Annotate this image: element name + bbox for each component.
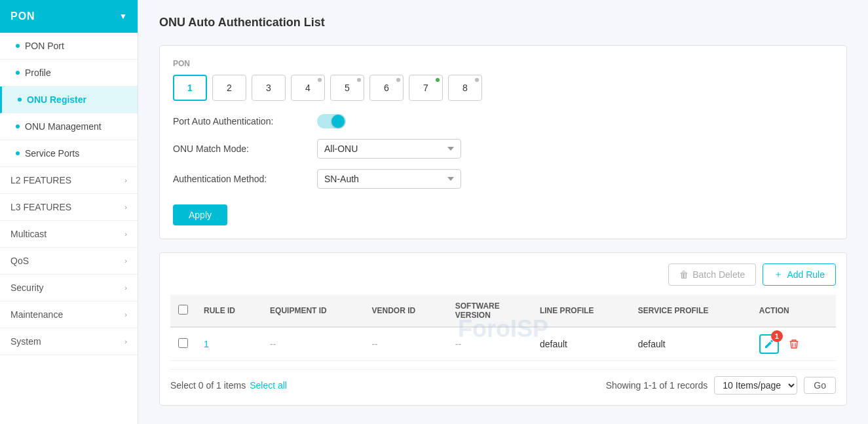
- sidebar-section-system[interactable]: System ›: [0, 328, 138, 355]
- main-content: ONU Auto Authentication List PON 1234567…: [138, 0, 868, 424]
- sidebar-item-service-ports[interactable]: Service Ports: [0, 140, 138, 167]
- items-per-page-select[interactable]: 10 Items/page 20 Items/page 50 Items/pag…: [714, 376, 797, 395]
- footer-right: Showing 1-1 of 1 records 10 Items/page 2…: [606, 376, 836, 395]
- pon-label: PON: [173, 59, 833, 68]
- sidebar-section-multicast[interactable]: Multicast ›: [0, 221, 138, 248]
- port-auto-auth-row: Port Auto Authentication:: [173, 114, 833, 128]
- sidebar-item-pon-port[interactable]: PON Port: [0, 33, 138, 60]
- sidebar-item-onu-management[interactable]: ONU Management: [0, 113, 138, 140]
- batch-delete-label: Batch Delete: [692, 269, 745, 280]
- sidebar-header-pon[interactable]: PON ▼: [0, 0, 138, 33]
- sidebar-section-label: Maintenance: [10, 309, 63, 320]
- main: ONU Auto Authentication List PON 1234567…: [138, 0, 868, 424]
- pon-button-label: 8: [462, 83, 468, 93]
- sidebar-section-label: L2 FEATURES: [10, 175, 71, 185]
- port-auto-auth-label: Port Auto Authentication:: [173, 116, 317, 126]
- indicator-icon: [357, 78, 361, 82]
- chevron-right-icon: ›: [124, 257, 127, 265]
- batch-delete-button[interactable]: 🗑 Batch Delete: [668, 263, 756, 286]
- sidebar-section-qos[interactable]: QoS ›: [0, 248, 138, 275]
- select-all-checkbox[interactable]: [178, 305, 188, 315]
- row-checkbox[interactable]: [178, 338, 188, 348]
- edit-button[interactable]: 1: [759, 334, 779, 354]
- sidebar-section-l2[interactable]: L2 FEATURES ›: [0, 167, 138, 194]
- pon-section: PON 12345678 Port Auto Authentication: O…: [159, 45, 847, 239]
- sidebar-item-onu-register[interactable]: ONU Register: [0, 87, 138, 113]
- pon-button-6[interactable]: 6: [369, 75, 404, 101]
- plus-icon: ＋: [774, 269, 783, 280]
- cell-software-version: --: [447, 327, 532, 361]
- dot-icon: [16, 151, 20, 155]
- cell-rule-id[interactable]: 1: [196, 327, 262, 361]
- col-service-profile: SERVICE PROFILE: [630, 295, 751, 327]
- auth-method-select[interactable]: SN-Auth MAC-Auth SN+Password: [317, 169, 461, 189]
- pon-button-label: 3: [266, 83, 271, 93]
- sidebar-section-label: Multicast: [10, 229, 47, 239]
- pon-button-3[interactable]: 3: [252, 75, 286, 101]
- delete-icon: [789, 339, 799, 349]
- add-rule-label: Add Rule: [787, 269, 825, 280]
- sidebar-section-label: Security: [10, 282, 44, 293]
- sidebar-item-label: ONU Register: [27, 94, 86, 105]
- sidebar-section-label: System: [10, 336, 41, 347]
- onu-match-mode-row: ONU Match Mode: All-ONU Manual: [173, 139, 833, 159]
- pon-button-4[interactable]: 4: [291, 75, 325, 101]
- chevron-right-icon: ›: [124, 337, 127, 345]
- sidebar-item-label: ONU Management: [25, 121, 102, 132]
- cell-equipment-id: --: [262, 327, 364, 361]
- sidebar-section-maintenance[interactable]: Maintenance ›: [0, 301, 138, 328]
- auth-method-row: Authentication Method: SN-Auth MAC-Auth …: [173, 169, 833, 189]
- pon-button-2[interactable]: 2: [212, 75, 246, 101]
- cell-vendor-id: --: [364, 327, 447, 361]
- delete-button[interactable]: [784, 334, 804, 354]
- indicator-icon: [475, 78, 479, 82]
- indicator-icon: [396, 78, 400, 82]
- cell-service-profile: default: [630, 327, 751, 361]
- sidebar-section-label: QoS: [10, 256, 29, 266]
- chevron-right-icon: ›: [124, 203, 127, 211]
- add-rule-button[interactable]: ＋ Add Rule: [763, 263, 836, 286]
- chevron-right-icon: ›: [124, 284, 127, 292]
- sidebar-header-title: PON: [10, 10, 35, 22]
- pon-button-label: 4: [305, 83, 311, 93]
- sidebar: PON ▼ PON Port Profile ONU Register ONU …: [0, 0, 138, 424]
- toggle-wrap: [317, 114, 346, 128]
- table-toolbar: 🗑 Batch Delete ＋ Add Rule: [170, 263, 836, 286]
- col-rule-id: RULE ID: [196, 295, 262, 327]
- onu-match-mode-label: ONU Match Mode:: [173, 144, 317, 154]
- chevron-right-icon: ›: [124, 176, 127, 184]
- go-button[interactable]: Go: [804, 377, 836, 394]
- sidebar-section-security[interactable]: Security ›: [0, 275, 138, 301]
- col-vendor-id: VENDOR ID: [364, 295, 447, 327]
- sidebar-item-profile[interactable]: Profile: [0, 60, 138, 87]
- apply-button[interactable]: Apply: [173, 204, 227, 225]
- chevron-right-icon: ›: [124, 311, 127, 318]
- pon-button-7[interactable]: 7: [409, 75, 443, 101]
- pon-button-label: 2: [227, 83, 232, 93]
- port-auto-auth-toggle[interactable]: [317, 114, 346, 128]
- dot-icon: [18, 98, 22, 102]
- dot-icon: [16, 125, 20, 128]
- edit-icon: [764, 339, 774, 349]
- cell-line-profile: default: [532, 327, 630, 361]
- trash-icon: 🗑: [679, 269, 689, 280]
- col-software-version: SOFTWAREVERSION: [447, 295, 532, 327]
- sidebar-item-label: Service Ports: [25, 148, 79, 159]
- pon-button-5[interactable]: 5: [330, 75, 364, 101]
- pon-button-label: 6: [384, 83, 389, 93]
- pon-button-1[interactable]: 1: [173, 75, 207, 101]
- sidebar-item-label: PON Port: [25, 41, 64, 51]
- chevron-down-icon: ▼: [119, 12, 127, 21]
- table-row: 1 -- -- -- default default: [170, 327, 836, 361]
- select-all-link[interactable]: Select all: [250, 380, 287, 391]
- auth-method-label: Authentication Method:: [173, 174, 317, 184]
- chevron-right-icon: ›: [124, 230, 127, 238]
- col-line-profile: LINE PROFILE: [532, 295, 630, 327]
- pon-button-8[interactable]: 8: [448, 75, 482, 101]
- pon-button-label: 5: [345, 83, 350, 93]
- table-section: ForoISP 🗑 Batch Delete ＋ Add Rule RULE I…: [159, 252, 847, 406]
- dot-icon: [16, 71, 20, 75]
- sidebar-section-l3[interactable]: L3 FEATURES ›: [0, 194, 138, 221]
- onu-match-mode-select[interactable]: All-ONU Manual: [317, 139, 461, 159]
- indicator-icon: [318, 78, 322, 82]
